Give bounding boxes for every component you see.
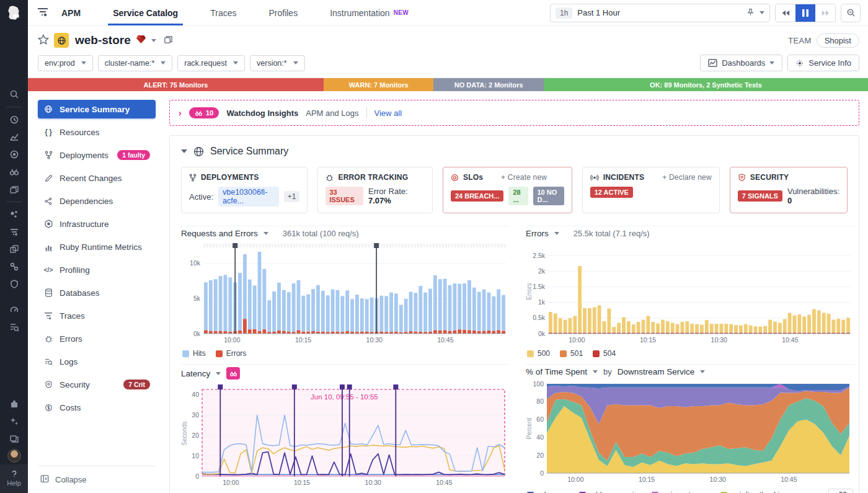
security-signals-badge[interactable]: 7 SIGNALS (738, 190, 782, 202)
security-card[interactable]: SECURITY 7 SIGNALS Vulnerabilities: 0 (730, 167, 848, 213)
sidebar-item-databases[interactable]: Databases (38, 283, 156, 302)
service-caret-icon[interactable] (151, 39, 156, 42)
watchdog-icon[interactable] (0, 163, 28, 180)
integrations-icon[interactable] (0, 395, 28, 412)
monitor-segment-alert[interactable]: ALERT: 75 Monitors (28, 78, 324, 91)
incidents-card[interactable]: INCIDENTS + Declare new 12 ACTIVE (582, 167, 720, 213)
search-icon[interactable] (0, 86, 28, 103)
time-spent-dimension-caret-icon[interactable] (700, 370, 705, 373)
incidents-active-badge[interactable]: 12 ACTIVE (590, 187, 633, 198)
legend-item-ad-server[interactable]: ad-server (527, 491, 569, 493)
service-info-button[interactable]: Service Info (787, 55, 859, 71)
zoom-out-button[interactable] (841, 4, 861, 22)
latency-chart[interactable]: 01020304010:0010:1510:3010:45SecondsJun … (181, 381, 510, 487)
sidebar-item-recent-changes[interactable]: Recent Changes (38, 169, 156, 187)
legend-item-api-directbanking[interactable]: api.directbankingpaym... (720, 491, 812, 493)
legend-item-address-service[interactable]: address-service (579, 491, 642, 493)
latency-watchdog-badge[interactable] (226, 367, 240, 380)
help-button[interactable]: Help (0, 464, 28, 493)
filter-version[interactable]: version:* (250, 55, 305, 71)
create-slo-link[interactable]: + Create new (501, 173, 547, 182)
apm-rail-icon[interactable] (0, 223, 28, 241)
watchdog-view-all-link[interactable]: View all (374, 109, 402, 118)
layers-icon[interactable] (0, 180, 28, 198)
deployment-more-chip[interactable]: +1 (284, 191, 300, 202)
slos-card[interactable]: SLOs + Create new 24 BREACH... 28 ... 10… (443, 167, 572, 213)
monitor-segment-ok[interactable]: OK: 89 Monitors, 2 Synthetic Tests (544, 78, 868, 91)
log-explorer-icon[interactable] (0, 319, 28, 336)
datadog-logo[interactable] (0, 0, 28, 26)
error-tracking-card[interactable]: ERROR TRACKING 33 ISSUES Error Rate: 7.0… (317, 167, 433, 213)
sidebar-item-profiling[interactable]: </> Profiling (38, 260, 156, 279)
panel-collapse-chevron[interactable] (181, 149, 187, 153)
dashboards-button[interactable]: Dashboards (700, 55, 782, 71)
latency-chart-caret-icon[interactable] (216, 372, 221, 375)
time-spent-chart-title[interactable]: % of Time Spent (526, 367, 587, 376)
nav-tab-apm[interactable]: APM (58, 0, 97, 25)
latency-chart-title[interactable]: Latency (181, 369, 210, 378)
sidebar-item-infrastructure[interactable]: Infrastructure (38, 215, 156, 233)
errors-chart[interactable]: 0k0.5k1k1.5k2k2.5k10:0010:1510:3010:45Er… (526, 239, 854, 345)
ci-icon[interactable] (0, 258, 28, 275)
favorite-star-icon[interactable] (38, 34, 49, 47)
deployments-card[interactable]: DEPLOYMENTS Active: vbe103006fi-acfe... … (181, 167, 308, 213)
filter-operation[interactable]: rack.request (177, 55, 245, 71)
sidebar-item-resources[interactable]: { } Resources (38, 123, 156, 141)
monitor-segment-nodata[interactable]: NO DATA: 2 Monitors (433, 78, 544, 91)
declare-incident-link[interactable]: + Declare new (662, 173, 712, 182)
sidebar-item-deployments[interactable]: Deployments 1 faulty (38, 146, 156, 164)
time-spent-caret-icon[interactable] (593, 370, 598, 373)
sidebar-item-security[interactable]: Security 7 Crit (38, 375, 156, 394)
monitor-segment-warn[interactable]: WARN: 7 Monitors (324, 78, 434, 91)
workspaces-icon[interactable] (0, 430, 28, 447)
errors-chart-title[interactable]: Errors (526, 229, 549, 238)
legend-more-chip[interactable]: +33 (828, 489, 853, 493)
sidebar-item-traces[interactable]: Traces (38, 306, 156, 325)
metrics-icon[interactable] (0, 128, 28, 146)
user-avatar[interactable] (0, 447, 28, 464)
slo-ok-badge[interactable]: 28 ... (508, 187, 528, 205)
pin-icon[interactable] (746, 8, 755, 18)
nav-tab-instrumentation[interactable]: Instrumentation NEW (314, 0, 425, 25)
sidebar-item-errors[interactable]: Errors (38, 329, 156, 348)
sidebar-item-service-summary[interactable]: Service Summary (38, 100, 156, 118)
time-range-picker[interactable]: 1h Past 1 Hour (550, 4, 770, 22)
nav-tab-profiles[interactable]: Profiles (252, 0, 314, 25)
filter-cluster[interactable]: cluster-name:* (98, 55, 173, 71)
sidebar-item-runtime-metrics[interactable]: Ruby Runtime Metrics (38, 238, 156, 256)
filter-env[interactable]: env:prod (38, 55, 93, 71)
team-pill[interactable]: Shopist (817, 33, 859, 48)
deployment-version-chip[interactable]: vbe103006fi-acfe... (218, 187, 279, 207)
slo-nodata-badge[interactable]: 10 NO D... (533, 187, 564, 205)
gauge-icon[interactable] (0, 301, 28, 319)
legend-item-500[interactable]: 500 (527, 349, 550, 358)
issues-chip[interactable]: 33 ISSUES (326, 187, 363, 205)
sidebar-item-logs[interactable]: Logs (38, 352, 156, 371)
copy-icon[interactable] (164, 35, 173, 46)
requests-chart-title[interactable]: Requests and Errors (181, 229, 258, 238)
requests-errors-chart[interactable]: 0k5k10k10:0010:1510:3010:45 (181, 239, 510, 345)
nav-tab-service-catalog[interactable]: Service Catalog (97, 0, 194, 25)
security-rail-icon[interactable] (0, 275, 28, 293)
slo-breached-badge[interactable]: 24 BREACH... (451, 190, 504, 202)
servicemap-icon[interactable] (0, 206, 28, 223)
legend-item-501[interactable]: 501 (560, 349, 583, 358)
legend-item-hits[interactable]: Hits (182, 349, 206, 358)
time-back-button[interactable] (776, 4, 795, 22)
sidebar-item-dependencies[interactable]: Dependencies (38, 192, 156, 210)
sidebar-item-costs[interactable]: Costs (38, 398, 156, 417)
rum-icon[interactable] (0, 241, 28, 258)
nav-tab-traces[interactable]: Traces (194, 0, 252, 25)
time-forward-button[interactable] (815, 4, 835, 22)
sidebar-collapse[interactable]: Collapse (38, 466, 156, 493)
pause-button[interactable] (795, 4, 815, 22)
synthetics-icon[interactable] (0, 146, 28, 163)
time-spent-chart[interactable]: 02040608010010:0010:1510:3010:45Percent (526, 378, 854, 484)
history-icon[interactable] (0, 111, 28, 128)
legend-item-errors[interactable]: Errors (216, 349, 247, 358)
legend-item-api-crypto[interactable]: api.crypto.com (652, 491, 711, 493)
watchdog-count-badge[interactable]: 10 (189, 107, 219, 118)
errors-chart-caret-icon[interactable] (554, 232, 559, 235)
requests-chart-caret-icon[interactable] (264, 232, 268, 235)
watchdog-expand-chevron[interactable]: › (179, 108, 182, 118)
